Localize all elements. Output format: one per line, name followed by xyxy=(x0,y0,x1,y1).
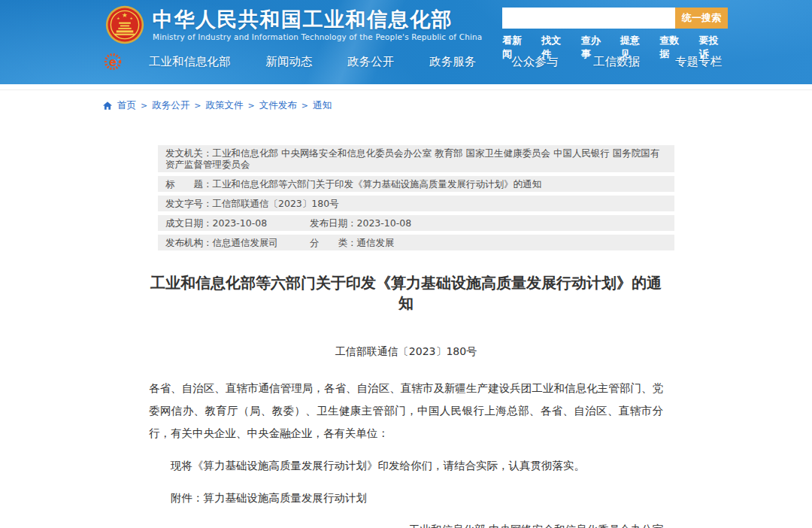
breadcrumb-separator: > xyxy=(301,101,308,111)
svg-text:e: e xyxy=(109,56,117,69)
search-button[interactable]: 统一搜索 xyxy=(675,8,728,29)
meta-row-title: 标 题：工业和信息化部等六部门关于印发《算力基础设施高质量发展行动计划》的通知 xyxy=(158,176,674,192)
nav-item-news[interactable]: 新闻动态 xyxy=(265,54,312,70)
breadcrumb-file-release[interactable]: 文件发布 xyxy=(259,99,297,112)
nav-item-participation[interactable]: 公众参与 xyxy=(511,54,558,70)
paragraph-main: 现将《算力基础设施高质量发展行动计划》印发给你们，请结合实际，认真贯彻落实。 xyxy=(149,454,663,477)
signature-line: 工业和信息化部 中央网络安全和信息化委员会办公室 xyxy=(149,521,663,528)
meta-label: 发布日期： xyxy=(310,217,357,229)
meta-label: 发文字号： xyxy=(165,198,213,209)
meta-row-doc-number: 发文字号：工信部联通信〔2023〕180号 xyxy=(158,196,674,211)
meta-label: 发文机关： xyxy=(165,147,213,159)
document-title: 工业和信息化部等六部门关于印发《算力基础设施高质量发展行动计划》的通知 xyxy=(149,273,663,314)
svg-text:★: ★ xyxy=(117,17,120,20)
document-number: 工信部联通信〔2023〕180号 xyxy=(149,345,663,359)
document-body: 工业和信息化部等六部门关于印发《算力基础设施高质量发展行动计划》的通知 工信部联… xyxy=(149,273,663,528)
meta-value: 2023-10-08 xyxy=(213,217,268,229)
home-icon xyxy=(102,101,113,111)
nav-item-disclosure[interactable]: 政务公开 xyxy=(347,54,394,70)
search-input[interactable] xyxy=(502,8,675,29)
document-meta-table: 发文机关：工业和信息化部 中央网络安全和信息化委员会办公室 教育部 国家卫生健康… xyxy=(158,145,674,250)
meta-value: 工信部联通信〔2023〕180号 xyxy=(213,198,339,209)
meta-value: 信息通信发展司 xyxy=(213,237,279,248)
breadcrumb: 首页 > 政务公开 > 政策文件 > 文件发布 > 通知 xyxy=(102,99,812,112)
meta-value: 工业和信息化部 中央网络安全和信息化委员会办公室 教育部 国家卫生健康委员会 中… xyxy=(165,147,659,170)
meta-row-issuing-agency: 发文机关：工业和信息化部 中央网络安全和信息化委员会办公室 教育部 国家卫生健康… xyxy=(158,145,674,172)
svg-text:★: ★ xyxy=(122,11,128,19)
signature-block: 工业和信息化部 中央网络安全和信息化委员会办公室 教育部 国家卫生健康委员会 中… xyxy=(149,521,663,528)
svg-text:★: ★ xyxy=(130,17,133,20)
site-title: 中华人民共和国工业和信息化部 xyxy=(153,7,482,32)
breadcrumb-separator: > xyxy=(194,101,201,111)
site-title-english: Ministry of Industry and Information Tec… xyxy=(153,32,482,41)
nav-item-data[interactable]: 工信数据 xyxy=(593,54,640,70)
breadcrumb-separator: > xyxy=(141,101,147,111)
meta-row-publisher-category: 发布机构：信息通信发展司 分 类：通信发展 xyxy=(158,235,674,250)
breadcrumb-home[interactable]: 首页 xyxy=(117,99,136,112)
site-header: ★ ★ ★ 中华人民共和国工业和信息化部 Ministry of Industr… xyxy=(0,0,812,84)
breadcrumb-separator: > xyxy=(247,101,254,111)
breadcrumb-notice[interactable]: 通知 xyxy=(313,99,332,112)
header-branding: ★ ★ ★ 中华人民共和国工业和信息化部 Ministry of Industr… xyxy=(105,5,482,44)
national-emblem-icon: ★ ★ ★ xyxy=(105,5,144,44)
meta-row-dates: 成文日期：2023-10-08 发布日期：2023-10-08 xyxy=(158,215,674,231)
main-nav: e 工业和信息化部 新闻动态 政务公开 政务服务 公众参与 工信数据 专题专栏 xyxy=(104,53,722,71)
paragraph-attachment: 附件：算力基础设施高质量发展行动计划 xyxy=(149,487,663,509)
document-text: 各省、自治区、直辖市通信管理局，各省、自治区、直辖市及新疆生产建设兵团工业和信息… xyxy=(149,377,663,509)
paragraph-addressees: 各省、自治区、直辖市通信管理局，各省、自治区、直辖市及新疆生产建设兵团工业和信息… xyxy=(149,377,663,445)
breadcrumb-disclosure[interactable]: 政务公开 xyxy=(152,99,189,112)
miit-e-gear-logo-icon: e xyxy=(104,53,122,71)
meta-value: 通信发展 xyxy=(356,237,394,248)
breadcrumb-policy-files[interactable]: 政策文件 xyxy=(205,99,243,112)
nav-item-topics[interactable]: 专题专栏 xyxy=(675,54,722,70)
nav-item-services[interactable]: 政务服务 xyxy=(429,54,476,70)
meta-label: 发布机构： xyxy=(165,237,213,248)
meta-label: 标 题： xyxy=(165,178,213,190)
meta-value: 2023-10-08 xyxy=(356,217,411,229)
meta-value: 工业和信息化部等六部门关于印发《算力基础设施高质量发展行动计划》的通知 xyxy=(213,178,542,190)
meta-label: 分 类： xyxy=(310,237,357,248)
nav-item-miit[interactable]: 工业和信息化部 xyxy=(149,54,231,70)
meta-label: 成文日期： xyxy=(165,217,213,229)
header-divider xyxy=(0,84,812,90)
